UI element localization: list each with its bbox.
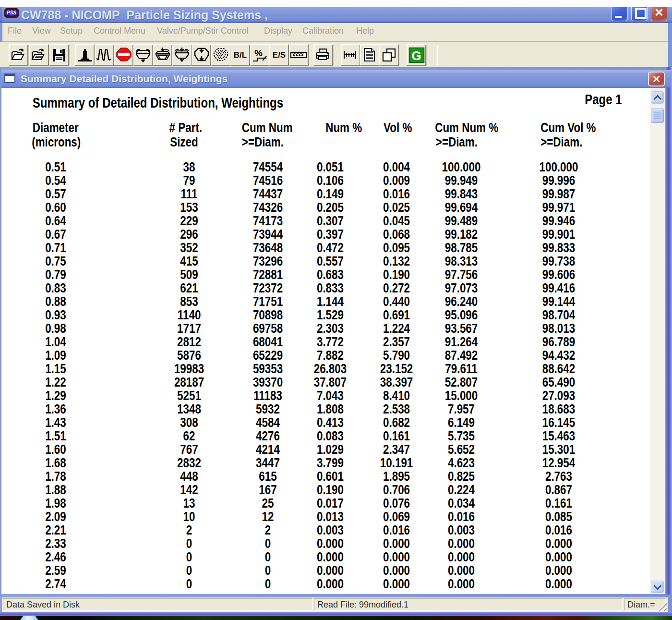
- svg-text:%: %: [254, 48, 263, 58]
- svg-text:G: G: [411, 48, 421, 62]
